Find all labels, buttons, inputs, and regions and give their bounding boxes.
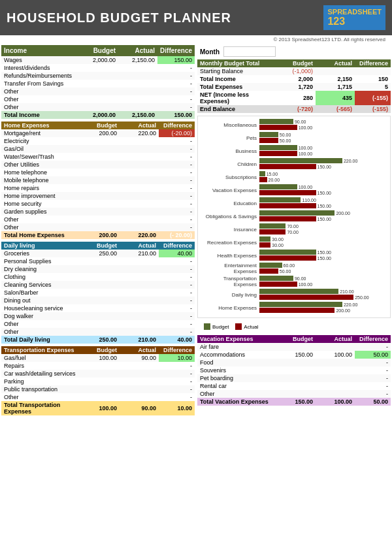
budget-chart: Miscellaneous90.00100.00Pets50.0050.00Bu… bbox=[197, 116, 391, 318]
budget-bar-wrap: 60.00 bbox=[259, 263, 387, 268]
chart-bar-label: Education bbox=[201, 201, 259, 206]
actual-bar-wrap: 100.00 bbox=[259, 151, 387, 156]
table-row: Cleaning Services- bbox=[1, 281, 195, 289]
chart-bar-label: Insurance bbox=[201, 227, 259, 233]
table-row: Repairs- bbox=[1, 362, 195, 370]
actual-bar-wrap: 20.00 bbox=[259, 177, 387, 182]
table-row: Pet boarding- bbox=[197, 374, 391, 382]
monthly-title: Monthly Budget Total bbox=[197, 59, 276, 67]
page-title: HOUSEHOLD BUDGET PLANNER bbox=[7, 10, 231, 25]
actual-bar-wrap: 250.00 bbox=[259, 295, 387, 300]
budget-bar-value: 210.00 bbox=[338, 289, 353, 294]
chart-row: Daily living210.00250.00 bbox=[201, 289, 387, 300]
legend-actual: Actual bbox=[235, 323, 258, 330]
table-row: Clothing- bbox=[1, 273, 195, 281]
actual-bar-wrap: 70.00 bbox=[259, 229, 387, 235]
chart-row: Home Expenses220.00200.00 bbox=[201, 302, 387, 314]
chart-bars: 60.0050.00 bbox=[259, 263, 387, 274]
monthly-col-diff: Difference bbox=[355, 59, 391, 67]
table-row: Other- bbox=[1, 223, 195, 231]
table-row: Home repairs- bbox=[1, 184, 195, 192]
chart-bars: 100.00100.00 bbox=[259, 145, 387, 157]
table-row: Wages2,000.002,150.00150.00 bbox=[1, 56, 195, 64]
income-header: Income Budget Actual Difference bbox=[1, 45, 195, 56]
actual-bar bbox=[259, 308, 335, 313]
chart-bar-label: Miscellaneous bbox=[201, 122, 259, 128]
home-section-label: Home Expenses bbox=[1, 121, 80, 129]
actual-bar-value: 20.00 bbox=[267, 178, 280, 182]
table-row: Dining out- bbox=[1, 297, 195, 304]
legend-budget-box bbox=[204, 323, 210, 330]
table-row: Mortgage/rent200.00220.00(-20.00) bbox=[1, 129, 195, 137]
budget-bar-wrap: 210.00 bbox=[259, 289, 387, 294]
month-section: Month bbox=[197, 45, 391, 58]
table-row: Food- bbox=[197, 359, 391, 366]
actual-bar bbox=[259, 203, 316, 208]
chart-bar-label: Pets bbox=[201, 135, 259, 141]
actual-bar bbox=[259, 151, 297, 156]
budget-bar-value: 15.00 bbox=[265, 172, 278, 176]
budget-bar-wrap: 220.00 bbox=[259, 158, 387, 163]
chart-bar-label: Subscriptions bbox=[201, 174, 259, 180]
table-row: Air fare- bbox=[197, 343, 391, 351]
actual-bar-value: 30.00 bbox=[270, 243, 284, 248]
table-row: Personal Supplies- bbox=[1, 257, 195, 265]
budget-bar-wrap: 100.00 bbox=[259, 145, 387, 150]
budget-bar bbox=[259, 184, 297, 189]
chart-row: Entertainment Expenses60.0050.00 bbox=[201, 263, 387, 274]
chart-row: Miscellaneous90.00100.00 bbox=[201, 119, 387, 131]
chart-row: Insurance70.0070.00 bbox=[201, 223, 387, 235]
table-row: Other- bbox=[1, 103, 195, 111]
home-col-budget: Budget bbox=[80, 121, 120, 129]
table-row: Accommodations150.00100.0050.00 bbox=[197, 351, 391, 359]
actual-bar-value: 150.00 bbox=[316, 191, 331, 195]
right-column: Month Monthly Budget Total Budget Actual… bbox=[196, 44, 392, 419]
month-input[interactable] bbox=[223, 46, 276, 57]
copyright: © 2013 Spreadsheet123 LTD. All rights re… bbox=[0, 35, 392, 44]
table-row: Other- bbox=[1, 216, 195, 223]
budget-bar bbox=[259, 302, 342, 307]
actual-bar-wrap: 30.00 bbox=[259, 242, 387, 248]
budget-bar bbox=[259, 171, 265, 176]
home-total-row: Total Home Expenses 200.00 220.00 (- 20.… bbox=[1, 231, 195, 239]
monthly-header: Monthly Budget Total Budget Actual Diffe… bbox=[197, 59, 391, 67]
chart-bar-label: Business bbox=[201, 148, 259, 154]
table-row: Total Income 2,000 2,150 150 bbox=[197, 75, 391, 83]
table-row: Groceries250.00210.0040.00 bbox=[1, 250, 195, 257]
transport-table: Transportation Expenses Budget Actual Di… bbox=[1, 346, 195, 415]
vacation-table: Vacation Expenses Budget Actual Differen… bbox=[197, 335, 391, 406]
table-row: Water/Sewer/Trash- bbox=[1, 153, 195, 161]
chart-bar-label: Obligations & Savings bbox=[201, 214, 259, 219]
actual-bar bbox=[259, 125, 297, 130]
budget-bar-wrap: 90.00 bbox=[259, 119, 387, 124]
actual-bar bbox=[259, 229, 286, 235]
actual-bar-value: 50.00 bbox=[278, 138, 291, 143]
budget-bar-value: 150.00 bbox=[316, 250, 331, 255]
chart-bars: 220.00200.00 bbox=[259, 302, 387, 314]
chart-row: Recreation Expenses30.0030.00 bbox=[201, 236, 387, 248]
actual-bar-value: 150.00 bbox=[316, 204, 331, 208]
actual-bar-wrap: 150.00 bbox=[259, 216, 387, 221]
table-row: Home security- bbox=[1, 200, 195, 208]
home-header: Home Expenses Budget Actual Difference bbox=[1, 121, 195, 129]
income-total-row: Total Income 2,000.00 2,150.00 150.00 bbox=[1, 111, 195, 119]
income-table: Income Budget Actual Difference Wages2,0… bbox=[1, 45, 195, 119]
actual-bar-wrap: 50.00 bbox=[259, 268, 387, 274]
chart-row: Vacation Expenses100.00150.00 bbox=[201, 184, 387, 196]
page-header: HOUSEHOLD BUDGET PLANNER SPREADSHEET 123 bbox=[0, 0, 392, 35]
budget-bar bbox=[259, 289, 338, 294]
table-row: Gas/Oil- bbox=[1, 145, 195, 153]
chart-bars: 70.0070.00 bbox=[259, 223, 387, 235]
income-col-diff: Difference bbox=[157, 45, 195, 56]
chart-row: Business100.00100.00 bbox=[201, 145, 387, 157]
actual-bar bbox=[259, 138, 278, 143]
chart-bar-label: Vacation Expenses bbox=[201, 187, 259, 193]
budget-bar bbox=[259, 145, 297, 150]
budget-bar bbox=[259, 210, 335, 216]
budget-bar-value: 70.00 bbox=[286, 224, 299, 229]
actual-bar-value: 100.00 bbox=[297, 282, 312, 287]
chart-bars: 90.00100.00 bbox=[259, 119, 387, 131]
actual-bar bbox=[259, 282, 297, 287]
budget-bar-wrap: 220.00 bbox=[259, 302, 387, 307]
chart-row: Education110.00150.00 bbox=[201, 197, 387, 209]
